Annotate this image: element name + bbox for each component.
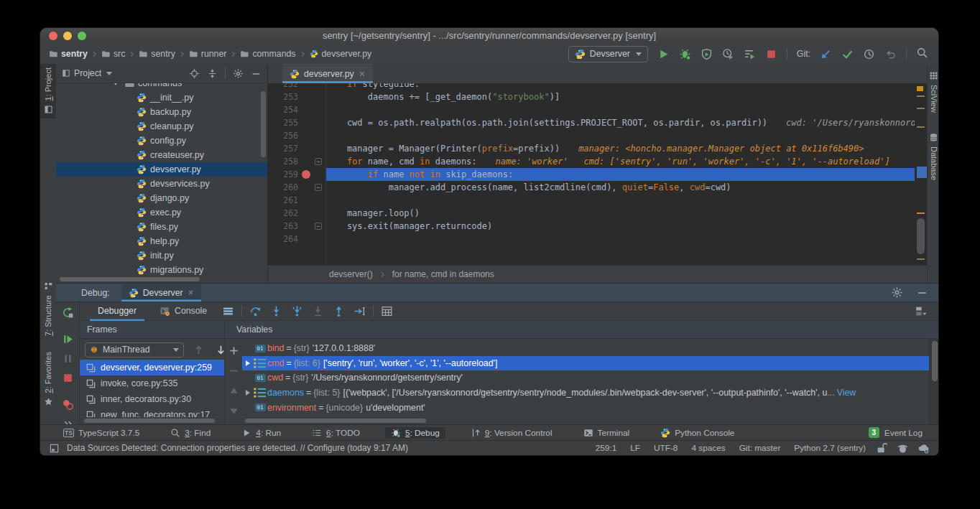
evaluate-table-icon[interactable] (381, 305, 393, 317)
run-configuration-selector[interactable]: Devserver (568, 46, 648, 62)
fold-marker-icon[interactable]: − (315, 158, 322, 165)
debug-session-tab[interactable]: Devserver (121, 284, 201, 302)
code-line-263[interactable]: sys.exit(manager.returncode) (326, 220, 915, 233)
tree-file-__init__.py[interactable]: __init__.py (56, 90, 267, 105)
code-line-264[interactable] (326, 233, 915, 246)
tab-console[interactable]: Console (152, 302, 215, 321)
variables-horizontal-scrollbar[interactable] (245, 419, 426, 423)
breadcrumb-item-src[interactable]: src (100, 49, 126, 59)
toolwindow-button-python-console[interactable]: Python Console (655, 427, 740, 439)
tree-file-backup.py[interactable]: backup.py (56, 105, 267, 119)
tree-file-init.py[interactable]: init.py (56, 248, 267, 263)
tree-file-config.py[interactable]: config.py (56, 134, 267, 148)
variables-vertical-scrollbar[interactable] (929, 338, 939, 424)
view-value-link[interactable]: View (837, 388, 856, 398)
frames-horizontal-scrollbar[interactable] (84, 419, 215, 423)
sidebar-item-2-favorites[interactable]: 2: Favorites (44, 352, 53, 406)
concurrency-button[interactable] (744, 48, 756, 60)
expand-arrow-icon[interactable] (242, 360, 253, 366)
code-line-261[interactable] (326, 194, 915, 207)
run-button[interactable] (657, 48, 670, 60)
variable-row-bind[interactable]: 01bind={str}'127.0.0.1:8888' (242, 341, 930, 356)
code-line-262[interactable]: manager.loop() (326, 207, 915, 220)
toolwindow-button-terminal[interactable]: Terminal (578, 427, 636, 439)
stop-button[interactable] (62, 372, 74, 384)
breakpoint-icon[interactable] (302, 170, 310, 179)
frame-row[interactable]: inner, decorators.py:30 (80, 391, 224, 407)
close-window-button[interactable] (49, 32, 57, 40)
tree-file-devserver.py[interactable]: devserver.py (56, 162, 267, 177)
tri-up-disabled-button[interactable] (228, 385, 240, 397)
cloudgear-button[interactable] (917, 442, 930, 454)
code-line-259[interactable]: if name not in skip_daemons: (326, 168, 915, 181)
unlock-button[interactable] (876, 442, 888, 454)
nav-up-disabled-button[interactable] (193, 344, 205, 356)
toolwindow-button-9-version-control[interactable]: 9: Version Control (465, 427, 558, 439)
breadcrumb-item-sentry[interactable]: sentry (137, 49, 177, 59)
fold-marker-icon[interactable]: − (315, 223, 322, 230)
update-button[interactable] (820, 48, 832, 60)
minimize-window-button[interactable] (63, 32, 72, 40)
project-horizontal-scrollbar[interactable] (60, 277, 200, 281)
settings-button[interactable] (233, 68, 244, 79)
debug-button[interactable] (679, 48, 691, 60)
breadcrumb-item-devserver.py[interactable]: devserver.py (308, 49, 374, 59)
titlebar[interactable]: sentry [~/getsentry/sentry] - .../src/se… (40, 28, 938, 45)
tree-folder-commands[interactable]: commands (56, 83, 267, 90)
code-editor[interactable]: 252253254255256257258−259260−261262263−2… (268, 83, 927, 266)
history-button[interactable] (863, 48, 875, 60)
tree-file-createuser.py[interactable]: createuser.py (56, 148, 267, 162)
hide-button[interactable] (916, 286, 928, 299)
toolwindow-button-typescript-3-7-5[interactable]: TSTypeScript 3.7.5 (57, 427, 145, 439)
chevron-down-icon[interactable] (106, 72, 112, 75)
coverage-button[interactable] (701, 48, 713, 60)
tree-file-exec.py[interactable]: exec.py (56, 205, 267, 220)
code-line-254[interactable] (326, 103, 915, 116)
variable-row-daemons[interactable]: daemons={list: 5}[('webpack', ['/Users/r… (242, 386, 930, 401)
breadcrumb-item-sentry[interactable]: sentry (47, 49, 89, 59)
rollback-button[interactable] (884, 48, 897, 60)
variable-row-cwd[interactable]: 01cwd={str}'/Users/ryanskonnord/getsentr… (242, 370, 930, 386)
frame-row[interactable]: devserver, devserver.py:259 (80, 360, 224, 375)
pause-button[interactable] (62, 352, 74, 365)
toolwindow-button-6-todo[interactable]: 6: TODO (306, 427, 366, 439)
code-line-257[interactable]: manager = Manager(Printer(prefix=prefix)… (326, 142, 915, 155)
status-segment-git-master[interactable]: Git: master (739, 443, 781, 453)
code-line-255[interactable]: cwd = os.path.realpath(os.path.join(sett… (326, 116, 915, 129)
collapse-button[interactable] (207, 68, 218, 79)
sidebar-item-sciview[interactable]: SciView (929, 71, 938, 113)
tree-file-cleanup.py[interactable]: cleanup.py (56, 119, 267, 134)
tree-file-files.py[interactable]: files.py (56, 220, 267, 234)
close-icon[interactable] (188, 289, 194, 296)
stop-button[interactable] (765, 48, 777, 60)
code-line-256[interactable] (326, 129, 915, 142)
tool-window-toggle-icon[interactable] (49, 443, 60, 454)
step-smart-disabled-button[interactable] (312, 305, 324, 317)
toolwindow-button-4-run[interactable]: 4: Run (236, 427, 287, 439)
status-segment-lf[interactable]: LF (630, 443, 640, 453)
breadcrumb-item-runner[interactable]: runner (188, 49, 228, 59)
code-line-258[interactable]: for name, cmd in daemons:name: 'worker' … (326, 155, 915, 168)
status-segment-259-1[interactable]: 259:1 (596, 443, 617, 453)
sidebar-item-project[interactable]: 1: Project (40, 64, 56, 118)
search-button[interactable] (916, 47, 928, 59)
view-breakpoints-button[interactable] (62, 398, 74, 411)
run-to-cursor-button[interactable] (353, 305, 366, 317)
resume-button[interactable] (62, 333, 74, 345)
editor-tab-devserver[interactable]: devserver.py (282, 64, 373, 83)
expand-arrow-icon[interactable] (242, 390, 253, 396)
layout-settings-icon[interactable] (222, 305, 234, 317)
rerun-button[interactable] (62, 307, 74, 319)
code-line-253[interactable]: daemons += [_get_daemon("storybook")] (326, 90, 915, 103)
locate-button[interactable] (189, 68, 200, 79)
commit-button[interactable] (841, 48, 854, 60)
step-into-button[interactable] (270, 305, 282, 317)
inspector-button[interactable] (897, 442, 909, 454)
variable-row-cmd[interactable]: cmd={list: 6}['sentry', 'run', 'worker',… (242, 356, 930, 371)
settings-button[interactable] (891, 286, 903, 299)
editor-breadcrumb-item[interactable]: devserver() (329, 269, 373, 279)
project-panel-title[interactable]: Project (74, 68, 101, 78)
status-message[interactable]: Data Sources Detected: Connection proper… (67, 443, 408, 453)
close-tab-icon[interactable] (359, 70, 366, 78)
step-over-button[interactable] (249, 305, 262, 317)
